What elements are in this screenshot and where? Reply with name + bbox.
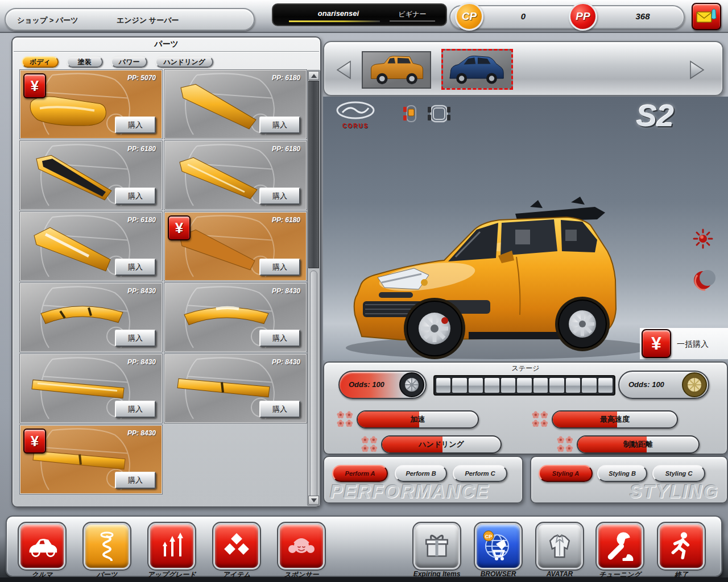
stat-braking-distance: 制動距離 — [577, 435, 700, 454]
stat-top-speed: 最高速度 — [552, 410, 678, 429]
scrollbar-track[interactable] — [310, 271, 317, 505]
part-item-rear-wing[interactable]: ¥ PP: 8430 購入 — [20, 425, 162, 494]
chassis-icons — [402, 105, 453, 123]
stage-panel: ステージ Odds: 100 Odds: 100 加速 — [323, 361, 728, 455]
yen-icon: ¥ — [168, 215, 191, 240]
stat-label: 加速 — [358, 411, 478, 427]
yen-icon: ¥ — [23, 73, 46, 98]
perform-c-button[interactable]: Perform C — [453, 465, 507, 482]
nav-browser-button[interactable]: CP — [477, 525, 520, 568]
buy-button[interactable]: 購入 — [259, 401, 300, 418]
stage-segment — [549, 378, 564, 393]
part-item-rear-wing[interactable]: PP: 8430 購入 — [164, 354, 307, 423]
buy-button[interactable]: 購入 — [259, 259, 300, 276]
buy-button[interactable]: 購入 — [259, 117, 300, 134]
nav-cars-button[interactable] — [20, 525, 64, 568]
car-icon — [26, 535, 58, 558]
tab-body[interactable]: ボディ — [22, 56, 59, 68]
divider — [14, 51, 319, 52]
mail-icon — [695, 7, 718, 26]
stage-progress-bar — [433, 375, 615, 396]
carousel-left-arrow[interactable] — [336, 60, 351, 80]
cp-coin-icon: CP — [455, 2, 483, 31]
tab-paint[interactable]: 塗装 — [67, 56, 103, 68]
tab-handling[interactable]: ハンドリング — [155, 56, 213, 68]
odds-right-value: Odds: 100 — [628, 380, 664, 389]
player-name-underline — [289, 20, 380, 22]
stat-label: 制動距離 — [578, 436, 698, 452]
buy-button[interactable]: 購入 — [115, 188, 156, 205]
part-item-roof-spoiler[interactable]: PP: 8430 購入 — [20, 283, 162, 352]
diamonds-icon — [222, 533, 251, 560]
part-item-side-skirt[interactable]: ¥ PP: 6180 購入 — [164, 212, 307, 281]
carousel-right-arrow[interactable] — [689, 60, 705, 80]
buy-button[interactable]: 購入 — [115, 330, 156, 347]
stage-segment — [533, 378, 548, 393]
chassis-tuned-icon — [402, 105, 421, 123]
part-item-side-skirt[interactable]: PP: 6180 購入 — [20, 141, 162, 210]
buy-button[interactable]: 購入 — [115, 472, 156, 489]
model-logo: S2 — [636, 98, 674, 133]
part-item-roof-spoiler[interactable]: PP: 8430 購入 — [164, 283, 307, 352]
styling-b-button[interactable]: Styling B — [597, 465, 647, 482]
perform-b-button[interactable]: Perform B — [395, 465, 447, 482]
styling-watermark: STYLING — [630, 481, 719, 502]
flower-icon — [532, 411, 549, 428]
brand-name: CORUS — [334, 123, 377, 129]
buy-button[interactable]: 購入 — [115, 117, 156, 134]
gold-tire-icon — [682, 372, 707, 397]
mail-button[interactable] — [692, 3, 721, 30]
nav-expiring-items-button[interactable] — [415, 525, 458, 568]
car-thumbnail-blue-hatchback-selected[interactable] — [441, 49, 513, 90]
part-item-rear-wing[interactable]: PP: 8430 購入 — [20, 354, 162, 423]
jacket-icon — [546, 533, 573, 560]
moon-icon[interactable] — [692, 268, 715, 292]
tab-power[interactable]: パワー — [111, 56, 148, 68]
bulk-buy-yen-button[interactable]: ¥ — [642, 329, 671, 358]
sun-icon[interactable] — [693, 228, 713, 249]
nav-tuning-button[interactable] — [598, 525, 642, 568]
nav-upgrade-button[interactable] — [150, 525, 193, 568]
bulk-buy-label: 一括購入 — [677, 339, 709, 350]
styling-panel: Styling A Styling B Styling C STYLING — [530, 456, 728, 504]
nav-items-button[interactable] — [215, 525, 258, 568]
stat-handling: ハンドリング — [381, 435, 502, 454]
parts-panel-title: パーツ — [13, 39, 320, 49]
scroll-up-button[interactable] — [308, 71, 319, 80]
server-name: エンジン サーバー — [117, 15, 179, 26]
buy-button[interactable]: 購入 — [259, 330, 300, 347]
up-arrows-icon — [157, 531, 187, 561]
part-item-side-skirt[interactable]: PP: 6180 購入 — [20, 212, 162, 281]
perform-a-button[interactable]: Perform A — [332, 465, 388, 482]
nav-label-browser: BROWSER — [464, 570, 532, 578]
styling-c-button[interactable]: Styling C — [652, 465, 705, 482]
parts-scrollbar[interactable] — [307, 70, 320, 506]
car-display-area: CORUS S2 — [323, 97, 728, 360]
bottom-edge — [0, 577, 728, 582]
part-price: PP: 8430 — [127, 287, 156, 295]
part-price: PP: 8430 — [127, 429, 156, 437]
styling-a-button[interactable]: Styling A — [539, 465, 593, 482]
car-thumbnail-orange-suv[interactable] — [362, 51, 431, 89]
scroll-down-button[interactable] — [308, 496, 319, 505]
scrollbar-thumb[interactable] — [308, 81, 319, 268]
part-item-side-skirt[interactable]: PP: 6180 購入 — [164, 70, 307, 139]
nav-label-avatar: AVATAR — [526, 570, 594, 578]
part-price: PP: 6180 — [272, 145, 300, 153]
orange-suv-icon — [363, 52, 430, 88]
part-item-side-skirt[interactable]: PP: 6180 購入 — [164, 141, 307, 210]
buy-button[interactable]: 購入 — [115, 259, 156, 276]
part-price: PP: 6180 — [272, 74, 300, 82]
part-price: PP: 8430 — [127, 358, 156, 366]
stage-segment — [582, 378, 596, 393]
nav-sponsor-button[interactable] — [280, 525, 323, 568]
buy-button[interactable]: 購入 — [115, 401, 156, 418]
part-item-front-bumper[interactable]: ¥ PP: 5070 購入 — [20, 70, 162, 139]
player-name: onarisensei — [296, 9, 381, 18]
stage-segment — [566, 378, 580, 393]
nav-parts-button[interactable] — [85, 525, 129, 568]
main-car-image — [328, 166, 671, 364]
buy-button[interactable]: 購入 — [259, 188, 300, 205]
nav-exit-button[interactable] — [660, 525, 703, 568]
nav-avatar-button[interactable] — [538, 525, 581, 568]
